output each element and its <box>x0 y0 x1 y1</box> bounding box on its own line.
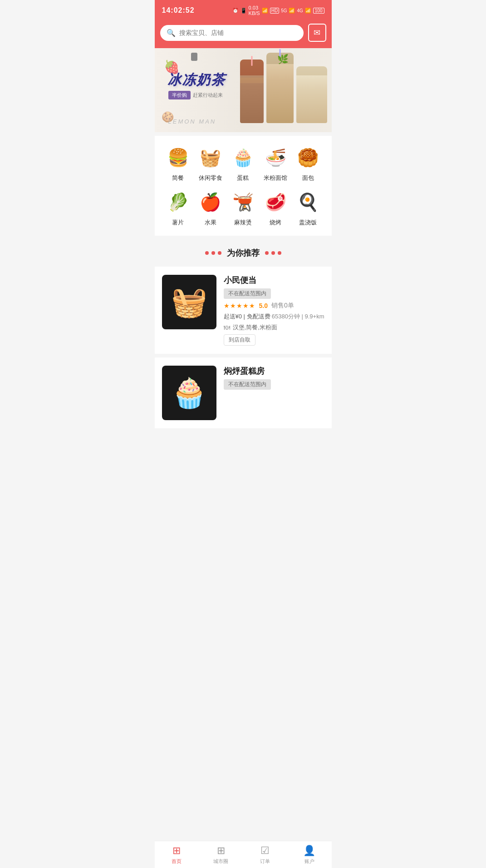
dot-1 <box>205 251 209 255</box>
category-grid: 🍔 简餐 🧺 休闲零食 🧁 蛋糕 🍜 米粉面馆 🥮 面包 � <box>162 145 324 227</box>
signal-icon: 📶 <box>289 8 295 14</box>
alarm-icon: ⏰ <box>232 8 239 14</box>
5g-icon: 5G <box>281 8 287 13</box>
category-icon-gaijiaofan: 🍳 <box>295 189 321 215</box>
search-icon: 🔍 <box>167 29 176 37</box>
category-item-malatan[interactable]: 🫕 麻辣烫 <box>227 189 260 227</box>
category-label-jiancan: 简餐 <box>172 174 184 182</box>
category-label-mifan: 米粉面馆 <box>264 174 287 182</box>
store-delivery-fee: 起送¥0 | 免配送费 <box>224 312 270 321</box>
category-label-mianbao: 面包 <box>302 174 314 182</box>
dot-2 <box>211 251 215 255</box>
lingshi-emoji: 🧺 <box>200 149 221 166</box>
mianbao-emoji: 🥮 <box>297 149 319 166</box>
store-card-store1[interactable]: 🧺 小民便当 不在配送范围内 ★★★★★ 5.0 销售0单 起送¥0 | 免配送… <box>155 267 332 354</box>
category-icon-dangao: 🧁 <box>230 145 255 170</box>
category-icon-mianbao: 🥮 <box>295 145 321 170</box>
recommend-dots-right <box>265 251 281 255</box>
drink-cup-1 <box>240 60 264 123</box>
4g-icon: 4G <box>297 8 303 13</box>
banner-umbrella: 🌿 <box>277 54 289 64</box>
signal2-icon: 📶 <box>305 8 311 14</box>
store-image-store2: 🧁 <box>162 366 216 420</box>
category-item-mianbao[interactable]: 🥮 面包 <box>292 145 324 182</box>
store-sales: 销售0单 <box>271 302 294 310</box>
drink-cup-3 <box>296 66 327 123</box>
store-name-store1: 小民便当 <box>224 275 324 286</box>
banner-title: 冰冻奶茶 <box>167 71 226 89</box>
store-image-store1: 🧺 <box>162 275 216 329</box>
category-icon-mifan: 🍜 <box>263 145 288 170</box>
category-label-lingshi: 休闲零食 <box>199 174 222 182</box>
store-out-of-range-store2: 不在配送范围内 <box>224 379 271 390</box>
category-label-shuiguo: 水果 <box>205 218 216 227</box>
shaokao-emoji: 🥩 <box>265 193 286 211</box>
status-time: 14:02:52 <box>162 6 195 15</box>
category-item-shuiguo[interactable]: 🍎 水果 <box>194 189 227 227</box>
store-tag-icon: 🍽 <box>224 324 230 331</box>
category-icon-shupian: 🥬 <box>165 189 191 215</box>
search-bar[interactable]: 🔍 <box>160 25 304 41</box>
category-icon-lingshi: 🧺 <box>198 145 223 170</box>
store-self-pickup[interactable]: 到店自取 <box>224 334 255 346</box>
category-icon-shaokao: 🥩 <box>263 189 288 215</box>
store-card-store2[interactable]: 🧁 焖烀蛋糕房 不在配送范围内 <box>155 357 332 428</box>
category-item-jiancan[interactable]: 🍔 简餐 <box>162 145 195 182</box>
banner[interactable]: 🍓 🍪 冰冻奶茶 半价购 赶紧行动起来 LEMON MAN <box>155 48 332 132</box>
shupian-emoji: 🥬 <box>167 193 189 211</box>
battery-icon: 📱 <box>241 8 247 14</box>
header: 🔍 ✉ <box>155 20 332 48</box>
shuiguo-emoji: 🍎 <box>200 193 221 211</box>
network-speed: 0.03KB/S <box>249 5 260 16</box>
store-delivery-info: 起送¥0 | 免配送费 65380分钟 | 9.9+km <box>224 312 324 321</box>
store-out-of-range-store1: 不在配送范围内 <box>224 288 271 299</box>
banner-subtitle: 半价购 <box>168 91 191 99</box>
store-tag-text: 汉堡,简餐,米粉面 <box>233 323 277 332</box>
category-item-lingshi[interactable]: 🧺 休闲零食 <box>194 145 227 182</box>
battery-full-icon: 100 <box>313 8 324 14</box>
category-icon-shuiguo: 🍎 <box>198 189 223 215</box>
banner-cta: 赶紧行动起来 <box>190 91 226 99</box>
category-item-dangao[interactable]: 🧁 蛋糕 <box>227 145 260 182</box>
store-distance: 65380分钟 | 9.9+km <box>272 312 324 321</box>
mifan-emoji: 🍜 <box>265 149 286 166</box>
category-section: 🍔 简餐 🧺 休闲零食 🧁 蛋糕 🍜 米粉面馆 🥮 面包 � <box>155 136 332 236</box>
store-info-store1: 小民便当 不在配送范围内 ★★★★★ 5.0 销售0单 起送¥0 | 免配送费 … <box>224 275 324 346</box>
category-label-dangao: 蛋糕 <box>237 174 249 182</box>
mail-button[interactable]: ✉ <box>308 24 326 42</box>
recommend-header: 为你推荐 <box>155 239 332 267</box>
recommend-dots-left <box>205 251 221 255</box>
category-item-mifan[interactable]: 🍜 米粉面馆 <box>259 145 292 182</box>
dot-4 <box>265 251 269 255</box>
store-list: 🧺 小民便当 不在配送范围内 ★★★★★ 5.0 销售0单 起送¥0 | 免配送… <box>155 267 332 428</box>
banner-clip-left <box>191 53 197 61</box>
category-label-malatan: 麻辣烫 <box>234 218 252 227</box>
dot-6 <box>278 251 281 255</box>
category-item-shaokao[interactable]: 🥩 烧烤 <box>259 189 292 227</box>
store-stars: ★★★★★ <box>224 302 255 309</box>
hd-icon: HD <box>270 8 279 14</box>
store-name-store2: 焖烀蛋糕房 <box>224 366 324 377</box>
wifi-icon: 📶 <box>262 8 268 14</box>
status-icons: ⏰ 📱 0.03KB/S 📶 HD 5G 📶 4G 📶 100 <box>232 5 324 16</box>
dangao-emoji: 🧁 <box>232 149 254 166</box>
mail-icon: ✉ <box>314 28 320 38</box>
category-icon-malatan: 🫕 <box>230 189 255 215</box>
status-bar: 14:02:52 ⏰ 📱 0.03KB/S 📶 HD 5G 📶 4G 📶 100 <box>155 0 332 20</box>
store-tags: 🍽 汉堡,简餐,米粉面 <box>224 323 324 332</box>
banner-watermark: LEMON MAN <box>168 118 216 125</box>
store-info-store2: 焖烀蛋糕房 不在配送范围内 <box>224 366 324 420</box>
dot-3 <box>218 251 221 255</box>
category-label-gaijiaofan: 盖浇饭 <box>299 218 317 227</box>
category-icon-jiancan: 🍔 <box>165 145 191 170</box>
category-label-shupian: 薯片 <box>172 218 184 227</box>
dot-5 <box>271 251 275 255</box>
category-item-shupian[interactable]: 🥬 薯片 <box>162 189 195 227</box>
store-emoji-store2: 🧁 <box>171 376 207 410</box>
store-emoji-store1: 🧺 <box>171 285 207 319</box>
search-input[interactable] <box>179 29 297 36</box>
category-item-gaijiaofan[interactable]: 🍳 盖浇饭 <box>292 189 324 227</box>
gaijiaofan-emoji: 🍳 <box>297 193 319 211</box>
recommend-title: 为你推荐 <box>227 248 260 258</box>
category-label-shaokao: 烧烤 <box>270 218 281 227</box>
